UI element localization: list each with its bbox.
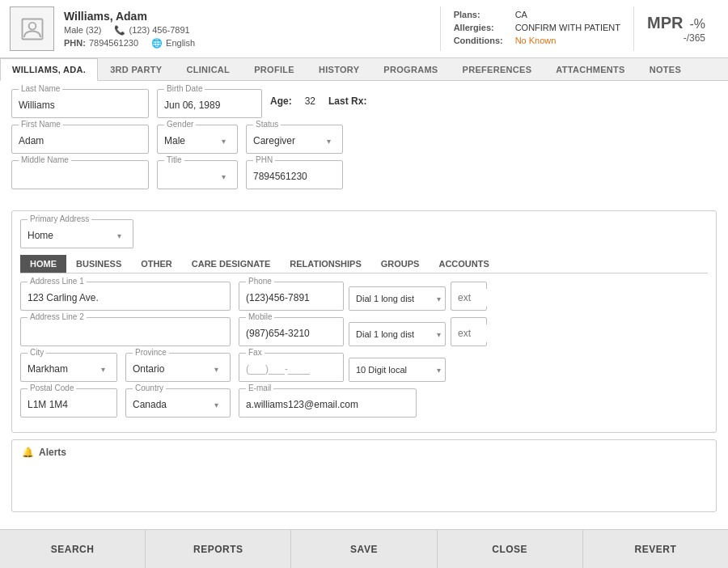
addr-tab-relationships[interactable]: RELATIONSHIPS — [280, 255, 370, 273]
tab-clinical[interactable]: CLINICAL — [174, 58, 242, 80]
patient-info: Williams, Adam Male (32) 📞 (123) 456-789… — [64, 6, 440, 51]
status-select[interactable]: Caregiver Active Inactive — [253, 132, 336, 150]
gender-age: Male (32) — [64, 25, 101, 36]
first-name-group: First Name — [11, 125, 149, 154]
mpr-section: MPR -% -/365 — [633, 6, 718, 51]
addr-tab-groups[interactable]: GROUPS — [371, 255, 430, 273]
primary-address-select[interactable]: Home Business — [28, 227, 126, 244]
fax-input[interactable] — [246, 360, 336, 378]
first-name-label: First Name — [19, 120, 63, 129]
tab-3rd-party[interactable]: 3rd PARTY — [98, 58, 174, 80]
tab-williams-ada[interactable]: WILLIAMS, ADA. — [0, 58, 98, 81]
search-button[interactable]: SEARCH — [0, 530, 146, 568]
addr-row-3: City Markham Province — [20, 353, 708, 382]
primary-address-group: Primary Address Home Business — [20, 219, 133, 248]
email-input[interactable] — [246, 396, 409, 413]
primary-address-label: Primary Address — [28, 214, 91, 223]
gender-select[interactable]: Male Female — [164, 132, 231, 150]
gender-group: Gender Male Female — [157, 125, 238, 154]
tab-history[interactable]: HISTORY — [307, 58, 371, 80]
middle-name-input[interactable] — [19, 167, 142, 185]
conditions-value: No Known — [515, 36, 557, 45]
middle-name-label: Middle Name — [19, 155, 71, 164]
address-tab-bar: HOME BUSINESS OTHER CARE DESIGNATE RELAT… — [20, 255, 708, 273]
form-row-3: Middle Name Title Mr. Ms. — [11, 160, 717, 189]
addr-tab-home[interactable]: HOME — [20, 255, 66, 273]
fax-group: Fax — [239, 353, 344, 382]
globe-icon: 🌐 — [151, 38, 163, 49]
reports-button[interactable]: REPORTS — [146, 530, 291, 568]
tab-programs[interactable]: PROGRAMS — [371, 58, 450, 80]
province-select[interactable]: Ontario Quebec — [133, 360, 223, 378]
main-content: Last Name Birth Date Age: 32 Last Rx: — [0, 81, 728, 529]
address-section: Primary Address Home Business HOME BUSIN… — [11, 210, 717, 433]
form-row-2: First Name Gender Male Female — [11, 125, 717, 154]
birth-date-group: Birth Date — [157, 89, 262, 118]
addr-line1-input[interactable] — [28, 289, 223, 307]
addr-tab-other[interactable]: OTHER — [131, 255, 182, 273]
mobile-input[interactable] — [246, 324, 336, 342]
province-group: Province Ontario Quebec — [125, 353, 231, 382]
email-label: E-mail — [246, 384, 273, 392]
title-group: Title Mr. Ms. — [157, 160, 238, 189]
alerts-header: Alerts — [39, 447, 66, 458]
mpr-percent: -% — [689, 17, 705, 32]
phone-group: Phone — [239, 282, 344, 311]
phn-group: PHN — [246, 160, 343, 189]
email-group: E-mail — [239, 388, 417, 418]
mpr-label: MPR — [647, 14, 683, 32]
save-button[interactable]: SAVE — [291, 530, 437, 568]
title-select[interactable]: Mr. Ms. — [164, 167, 231, 185]
revert-button[interactable]: REVERT — [583, 530, 728, 568]
birth-date-input[interactable] — [164, 96, 255, 114]
addr-tab-accounts[interactable]: ACCOUNTS — [429, 255, 498, 273]
addr-line1-group: Address Line 1 — [20, 282, 231, 311]
addr-tab-care-designate[interactable]: CARE DESIGNATE — [182, 255, 281, 273]
phone-type-select[interactable]: Dial 1 long dist 10 Digit local — [349, 286, 446, 311]
phone-ext-input[interactable] — [458, 289, 490, 307]
tab-preferences[interactable]: PREFERENCES — [451, 58, 544, 80]
phn-input[interactable] — [253, 167, 336, 185]
addr-line2-group: Address Line 2 — [20, 317, 231, 346]
patient-name: Williams, Adam — [64, 10, 440, 23]
last-name-input[interactable] — [19, 96, 142, 114]
phone-input[interactable] — [246, 289, 336, 307]
status-group: Status Caregiver Active Inactive — [246, 125, 343, 154]
fax-type-select[interactable]: 10 Digit local Dial 1 long dist — [349, 358, 446, 382]
footer-bar: SEARCH REPORTS SAVE CLOSE REVERT — [0, 529, 728, 568]
patient-meta: Plans: CA Allergies: CONFIRM WITH PATIEN… — [440, 6, 633, 51]
patient-photo — [10, 6, 54, 51]
allergies-value: CONFIRM WITH PATIENT — [515, 23, 620, 32]
fax-label: Fax — [246, 348, 265, 357]
tab-profile[interactable]: PROFILE — [242, 58, 307, 80]
middle-name-group: Middle Name — [11, 160, 149, 189]
close-button[interactable]: CLOSE — [438, 530, 583, 568]
postal-input[interactable] — [28, 396, 110, 413]
addr-line1-label: Address Line 1 — [28, 277, 87, 286]
city-group: City Markham — [20, 353, 117, 382]
country-select[interactable]: Canada USA — [133, 396, 223, 413]
tab-attachments[interactable]: ATTACHMENTS — [544, 58, 637, 80]
patient-header: Williams, Adam Male (32) 📞 (123) 456-789… — [0, 0, 728, 58]
status-label: Status — [253, 120, 281, 129]
form-row-1: Last Name Birth Date Age: 32 Last Rx: — [11, 89, 717, 118]
bell-icon: 🔔 — [22, 447, 34, 458]
postal-label: Postal Code — [28, 384, 76, 392]
addr-line2-input[interactable] — [28, 324, 223, 342]
mobile-label: Mobile — [246, 312, 274, 321]
addr-row-4: Postal Code Country Canada USA — [20, 388, 708, 418]
language: English — [166, 38, 195, 48]
country-label: Country — [133, 384, 166, 392]
addr-tab-business[interactable]: BUSINESS — [66, 255, 131, 273]
mobile-ext-input[interactable] — [458, 324, 490, 342]
gender-label: Gender — [164, 120, 196, 129]
age-value: 32 — [305, 95, 315, 107]
addr-row-2: Address Line 2 Mobile — [20, 317, 708, 346]
first-name-input[interactable] — [19, 132, 142, 150]
svg-point-1 — [28, 22, 36, 29]
city-select[interactable]: Markham — [28, 360, 110, 378]
province-label: Province — [133, 348, 169, 357]
mobile-type-select[interactable]: Dial 1 long dist 10 Digit local — [349, 322, 446, 346]
tab-notes[interactable]: NOTES — [637, 58, 693, 80]
title-label: Title — [164, 155, 184, 164]
